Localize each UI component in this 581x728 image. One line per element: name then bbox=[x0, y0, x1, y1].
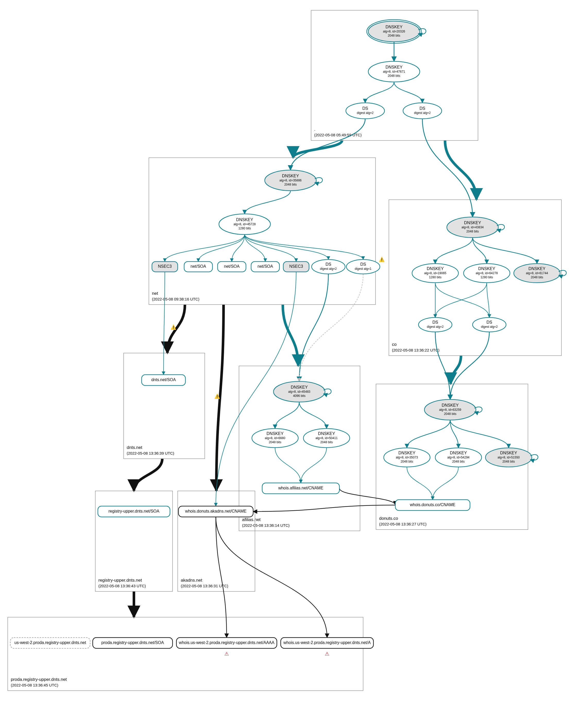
node-text: proda.registry-upper.dnts.net/SOA bbox=[102, 641, 164, 645]
zone-ts: (2022-05-08 13:36:43 UTC) bbox=[99, 584, 146, 588]
svg-point-18 bbox=[418, 317, 452, 332]
edge bbox=[450, 420, 459, 448]
node-text: 2048 bits bbox=[466, 230, 479, 233]
node-do-cname[interactable]: whois.donuts.co/CNAME bbox=[395, 500, 470, 511]
node-ak-cname[interactable]: whois.donuts.akadns.net/CNAME bbox=[178, 506, 253, 517]
node-text: 2048 bits bbox=[321, 440, 333, 444]
node-text: DNSKEY bbox=[282, 174, 299, 178]
node-co-zsk1[interactable]: DNSKEYalg=8, id=190651280 bits bbox=[412, 264, 459, 283]
node-text: whois.donuts.co/CNAME bbox=[410, 502, 455, 507]
node-root-ds1[interactable]: DSdigest alg=2 bbox=[346, 103, 385, 119]
node-p-a[interactable]: whois.us-west-2.proda.registry-upper.dnt… bbox=[281, 638, 374, 657]
edge bbox=[299, 274, 363, 382]
zone-ts: (2022-05-08 13:36:45 UTC) bbox=[11, 683, 58, 687]
node-af-zsk2[interactable]: DNSKEYalg=8, id=504112048 bits bbox=[303, 428, 350, 448]
zone-name: donuts.co bbox=[379, 516, 398, 521]
svg-point-13 bbox=[347, 260, 380, 274]
node-root-ksk[interactable]: DNSKEYalg=8, id=203262048 bits bbox=[367, 20, 426, 43]
node-do-ksk[interactable]: DNSKEYalg=8, id=632592048 bits bbox=[424, 399, 482, 420]
node-text: alg=8, id=6680 bbox=[265, 436, 285, 440]
node-text: alg=8, id=35886 bbox=[279, 179, 302, 182]
node-text: alg=8, id=35073 bbox=[396, 456, 418, 459]
zone-name: afilias.net bbox=[242, 517, 260, 522]
zone-name: co bbox=[392, 342, 396, 347]
node-text: alg=8, id=43834 bbox=[462, 226, 483, 229]
node-co-ds2[interactable]: DSdigest alg=2 bbox=[473, 317, 506, 332]
node-co-ksk2[interactable]: DNSKEYalg=8, id=617442048 bits bbox=[514, 264, 566, 283]
edge bbox=[290, 119, 365, 170]
edge bbox=[450, 332, 489, 399]
edge bbox=[301, 448, 327, 483]
node-text: DS bbox=[419, 106, 425, 110]
node-do-ksk2[interactable]: DNSKEYalg=8, id=515502048 bits bbox=[486, 448, 538, 467]
zone-ts: (2022-05-08 13:36:22 UTC) bbox=[392, 348, 439, 352]
node-net-zsk[interactable]: DNSKEYalg=8, id=457281280 bits bbox=[219, 214, 270, 234]
zone-name: . bbox=[314, 127, 315, 132]
node-text: 1280 bits bbox=[239, 227, 251, 230]
node-net-soa2[interactable]: net/SOA bbox=[218, 262, 246, 272]
edge bbox=[245, 234, 328, 260]
node-do-zsk2[interactable]: DNSKEYalg=8, id=542942048 bits bbox=[435, 448, 481, 467]
node-text: 2048 bits bbox=[444, 412, 456, 416]
node-net-ds2[interactable]: DSdigest alg=1⚠️ bbox=[347, 257, 385, 274]
node-text: net/SOA bbox=[224, 264, 240, 268]
edge bbox=[245, 191, 290, 214]
node-do-zsk1[interactable]: DNSKEYalg=8, id=350732048 bits bbox=[384, 448, 430, 467]
zone-ts: (2022-05-08 09:38:16 UTC) bbox=[152, 297, 199, 301]
node-co-ds1[interactable]: DSdigest alg=2 bbox=[418, 317, 452, 332]
node-text: digest alg=2 bbox=[320, 267, 337, 270]
zone-name: net bbox=[152, 291, 158, 296]
edge bbox=[433, 467, 459, 500]
node-text: 2048 bits bbox=[388, 34, 400, 37]
error-icon: ⚠ bbox=[224, 651, 229, 657]
node-p-soa[interactable]: proda.registry-upper.dnts.net/SOA bbox=[93, 638, 172, 648]
node-text: NSEC3 bbox=[158, 264, 171, 268]
edge bbox=[275, 402, 299, 428]
node-af-zsk1[interactable]: DNSKEYalg=8, id=66802048 bits bbox=[252, 428, 298, 448]
node-af-ksk[interactable]: DNSKEYalg=8, id=454834096 bits bbox=[274, 382, 331, 402]
zone-ts: (2022-05-08 13:36:14 UTC) bbox=[242, 523, 289, 527]
node-net-nsec3a[interactable]: NSEC3 bbox=[152, 262, 178, 272]
node-text: whois.donuts.akadns.net/CNAME bbox=[185, 509, 246, 513]
node-text: DS bbox=[360, 262, 366, 266]
node-net-soa1[interactable]: net/SOA bbox=[184, 262, 213, 272]
edge bbox=[299, 274, 328, 382]
node-net-nsec3b[interactable]: NSEC3 bbox=[283, 262, 309, 272]
node-root-ds2[interactable]: DSdigest alg=2 bbox=[403, 103, 442, 119]
node-text: digest alg=2 bbox=[481, 325, 498, 329]
node-net-ds1[interactable]: DSdigest alg=2 bbox=[312, 260, 345, 274]
zone-name: proda.registry-upper.dnts.net bbox=[11, 677, 67, 682]
node-text: alg=8, id=45728 bbox=[233, 223, 256, 226]
edge bbox=[422, 119, 473, 217]
node-text: whois.us-west-2.proda.registry-upper.dnt… bbox=[283, 641, 371, 645]
node-text: digest alg=2 bbox=[357, 111, 374, 115]
edge bbox=[275, 448, 301, 483]
node-p-usw2[interactable]: us-west-2.proda.registry-upper.dnts.net bbox=[10, 638, 90, 648]
node-net-soa3[interactable]: net/SOA bbox=[251, 262, 279, 272]
node-p-aaaa[interactable]: whois.us-west-2.proda.registry-upper.dnt… bbox=[176, 638, 277, 657]
node-text: DNSKEY bbox=[267, 432, 283, 436]
node-text: DNSKEY bbox=[464, 220, 481, 225]
node-net-ksk[interactable]: DNSKEYalg=8, id=358862048 bits bbox=[265, 170, 323, 191]
edge bbox=[435, 332, 450, 399]
node-text: DNSKEY bbox=[478, 266, 495, 271]
svg-point-12 bbox=[312, 260, 345, 274]
node-co-ksk[interactable]: DNSKEYalg=8, id=438342048 bits bbox=[447, 217, 504, 238]
dnssec-graph: ⚠️⚠️ .(2022-05-08 05:49:59 UTC)net(2022-… bbox=[0, 0, 581, 728]
node-text: alg=8, id=19065 bbox=[424, 271, 446, 275]
edge bbox=[365, 82, 394, 103]
node-dnts-soa[interactable]: dnts.net/SOA bbox=[142, 375, 186, 386]
node-text: alg=8, id=61744 bbox=[526, 271, 548, 275]
node-text: DNSKEY bbox=[500, 451, 517, 455]
zone-edge bbox=[293, 140, 342, 158]
node-text: DNSKEY bbox=[291, 385, 308, 389]
node-text: 2048 bits bbox=[284, 183, 297, 186]
node-af-cname[interactable]: whois.afilias.net/CNAME bbox=[262, 483, 339, 494]
edge bbox=[407, 467, 433, 500]
node-co-zsk2[interactable]: DNSKEYalg=8, id=642781280 bits bbox=[464, 264, 510, 283]
node-root-zsk[interactable]: DNSKEYalg=8, id=476712048 bits bbox=[368, 61, 420, 82]
node-text: alg=8, id=47671 bbox=[383, 70, 405, 74]
zone-edge bbox=[283, 305, 298, 366]
node-ru-soa[interactable]: registry-upper.dnts.net/SOA bbox=[98, 506, 170, 517]
node-text: registry-upper.dnts.net/SOA bbox=[108, 509, 159, 513]
